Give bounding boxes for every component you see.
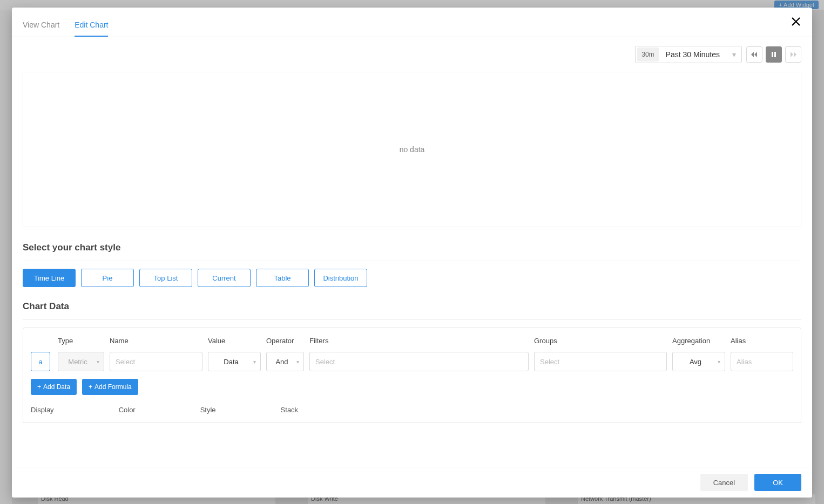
no-data-label: no data bbox=[400, 145, 425, 154]
col-operator: Operator bbox=[266, 337, 304, 346]
label-stack: Stack bbox=[281, 406, 299, 414]
chevron-down-icon: ▾ bbox=[97, 359, 99, 365]
col-type: Type bbox=[58, 337, 104, 346]
chevron-down-icon: ▾ bbox=[718, 359, 720, 365]
close-button[interactable] bbox=[791, 16, 801, 27]
label-style: Style bbox=[200, 406, 216, 414]
display-options: Display Color Style Stack bbox=[31, 406, 793, 414]
col-aggregation: Aggregation bbox=[672, 337, 725, 346]
time-range-select[interactable]: 30m Past 30 Minutes ▾ bbox=[635, 46, 742, 63]
label-color: Color bbox=[119, 406, 136, 414]
col-value: Value bbox=[208, 337, 261, 346]
chevron-down-icon: ▾ bbox=[296, 359, 299, 365]
close-icon bbox=[791, 16, 801, 27]
plus-icon: + bbox=[89, 383, 92, 391]
add-data-button[interactable]: + Add Data bbox=[31, 379, 77, 395]
pause-icon bbox=[772, 52, 776, 57]
style-distribution-button[interactable]: Distribution bbox=[314, 269, 367, 287]
alias-input[interactable] bbox=[731, 352, 793, 371]
time-badge: 30m bbox=[637, 47, 658, 62]
modal-tabs: View Chart Edit Chart bbox=[12, 8, 812, 37]
tab-edit-chart[interactable]: Edit Chart bbox=[75, 21, 108, 37]
rewind-icon bbox=[751, 52, 758, 57]
modal-footer: Cancel OK bbox=[12, 467, 812, 498]
chevron-down-icon: ▾ bbox=[732, 50, 736, 59]
aggregation-select[interactable]: Avg ▾ bbox=[672, 352, 725, 371]
time-pause-button[interactable] bbox=[766, 46, 782, 63]
groups-select[interactable]: Select bbox=[534, 352, 667, 371]
style-pie-button[interactable]: Pie bbox=[81, 269, 134, 287]
add-formula-button[interactable]: + Add Formula bbox=[82, 379, 138, 395]
name-select[interactable]: Select bbox=[110, 352, 202, 371]
style-section-title: Select your chart style bbox=[23, 242, 801, 253]
svg-rect-0 bbox=[772, 52, 773, 57]
ok-button[interactable]: OK bbox=[754, 474, 801, 491]
col-alias: Alias bbox=[731, 337, 793, 346]
plus-icon: + bbox=[37, 383, 41, 391]
cancel-button[interactable]: Cancel bbox=[700, 474, 748, 491]
modal-body: 30m Past 30 Minutes ▾ no data bbox=[12, 37, 812, 467]
chart-data-title: Chart Data bbox=[23, 301, 801, 312]
filters-select[interactable]: Select bbox=[309, 352, 529, 371]
type-select[interactable]: Metric ▾ bbox=[58, 352, 104, 371]
time-forward-button[interactable] bbox=[785, 46, 801, 63]
tab-view-chart[interactable]: View Chart bbox=[23, 21, 59, 37]
fast-forward-icon bbox=[790, 52, 796, 57]
chart-style-group: Time Line Pie Top List Current Table Dis… bbox=[23, 269, 801, 287]
label-display: Display bbox=[31, 406, 54, 414]
style-current-button[interactable]: Current bbox=[198, 269, 251, 287]
col-groups: Groups bbox=[534, 337, 667, 346]
chart-data-panel: a Type Metric ▾ Name Select Value bbox=[23, 328, 801, 423]
style-table-button[interactable]: Table bbox=[256, 269, 309, 287]
edit-chart-modal: View Chart Edit Chart 30m Past 30 Minute… bbox=[12, 8, 812, 498]
time-range-label: Past 30 Minutes ▾ bbox=[660, 50, 741, 59]
svg-rect-1 bbox=[774, 52, 776, 57]
operator-select[interactable]: And ▾ bbox=[266, 352, 304, 371]
col-filters: Filters bbox=[309, 337, 529, 346]
series-key-a[interactable]: a bbox=[31, 352, 50, 371]
style-timeline-button[interactable]: Time Line bbox=[23, 269, 76, 287]
chevron-down-icon: ▾ bbox=[253, 359, 256, 365]
chart-preview: no data bbox=[23, 72, 801, 227]
time-back-button[interactable] bbox=[746, 46, 762, 63]
value-select[interactable]: Data ▾ bbox=[208, 352, 261, 371]
time-controls: 30m Past 30 Minutes ▾ bbox=[23, 46, 801, 63]
col-name: Name bbox=[110, 337, 202, 346]
style-toplist-button[interactable]: Top List bbox=[139, 269, 192, 287]
